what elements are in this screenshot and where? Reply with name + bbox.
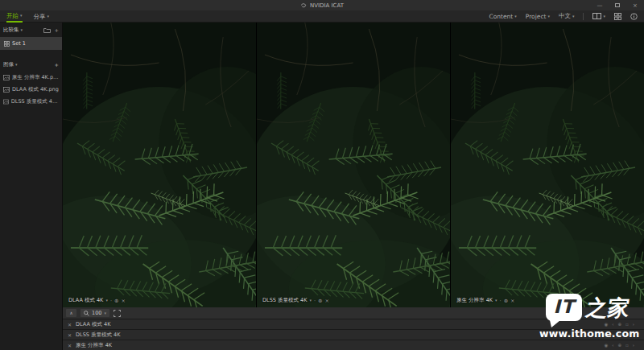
image-file-name: DLAA 模式 4K.png — [12, 86, 59, 93]
chevron-down-icon: ▾ — [20, 14, 23, 18]
image-list-item[interactable]: DLAA 模式 4K.png — [0, 84, 62, 96]
chevron-down-icon: ▾ — [47, 14, 50, 19]
set-grid-icon — [4, 41, 10, 47]
ithome-logo: IT — [546, 294, 582, 321]
pixel-zoom-icon[interactable]: ⊕ — [318, 298, 322, 304]
menu-bar: 开始 ▾ 分享 ▾ Content ▾ Project ▾ 中文 ▾ ▾ — [0, 10, 644, 23]
separator-dot: · — [500, 298, 502, 304]
viewport-3-label[interactable]: 原生 分辨率 4K ▾ · ⊕ × — [456, 297, 515, 304]
remove-image-icon[interactable]: ✕ — [68, 322, 72, 327]
separator-dot: · — [314, 298, 316, 304]
chevron-down-icon[interactable]: ▾ — [309, 299, 312, 303]
foliage-image — [63, 23, 256, 307]
image-icon — [3, 75, 10, 80]
ithome-url: www.ithome.com — [539, 327, 636, 340]
viewport-1[interactable]: DLAA 模式 4K ▾ · ⊕ × — [63, 23, 257, 307]
chevron-down-icon: ▾ — [603, 14, 605, 19]
image-row-label: 原生 分辨率 4K — [76, 342, 112, 349]
zoom-control[interactable]: 100 ▾ — [80, 309, 109, 317]
content-menu[interactable]: Content ▾ — [489, 13, 516, 20]
window-controls: — × — [591, 0, 644, 10]
close-icon[interactable]: × — [510, 298, 514, 304]
chevron-down-icon: ▾ — [572, 14, 575, 19]
separator-dot: · — [110, 298, 112, 304]
app-title: NVIDIA ICAT — [310, 2, 344, 9]
image-icon — [3, 99, 9, 105]
ithome-logo-cjk: 之家 — [584, 297, 631, 319]
chevron-left-icon[interactable]: ‹ — [612, 343, 613, 348]
chevron-down-icon[interactable]: ▾ — [495, 299, 497, 303]
folder-icon[interactable] — [43, 27, 51, 33]
close-icon[interactable]: × — [121, 298, 125, 304]
chevron-down-icon: ▾ — [514, 14, 517, 19]
image-row-label: DLSS 质量模式 4K — [76, 331, 120, 339]
align-icon[interactable]: ⊕ — [617, 343, 621, 348]
maximize-icon — [615, 3, 620, 7]
chevron-down-icon[interactable]: ▾ — [105, 299, 108, 303]
remove-image-icon[interactable]: ✕ — [68, 332, 72, 338]
viewport-2-label[interactable]: DLSS 质量模式 4K ▾ · ⊕ × — [262, 297, 329, 304]
ithome-watermark: IT 之家 www.ithome.com — [539, 294, 636, 340]
eye-icon[interactable]: ◉ — [604, 343, 608, 348]
tab-share[interactable]: 分享 ▾ — [34, 11, 50, 22]
chevron-right-icon[interactable]: › — [633, 343, 634, 348]
image-row-label: DLAA 模式 4K — [76, 321, 110, 328]
image-icon — [3, 87, 10, 93]
collapse-panel-button[interactable]: ∧ — [66, 309, 76, 317]
pixel-zoom-icon[interactable]: ⊕ — [114, 298, 118, 304]
close-icon[interactable]: × — [324, 298, 328, 304]
chevron-down-icon: ▾ — [21, 28, 23, 32]
images-header[interactable]: 图像 ▾ + — [0, 58, 62, 72]
sidebar: 比较集 ▾ + Set 1 图像 ▾ + — [0, 23, 63, 350]
grid-view-icon[interactable] — [614, 13, 621, 20]
comparison-sets-header[interactable]: 比较集 ▾ + — [0, 23, 62, 37]
menu-right-group: Content ▾ Project ▾ 中文 ▾ ▾ — [489, 12, 638, 20]
tab-start[interactable]: 开始 ▾ — [6, 10, 23, 23]
box-icon[interactable]: ▫ — [625, 343, 629, 348]
image-list-item[interactable]: DLSS 质量模式 4K.png — [0, 96, 62, 108]
add-set-button[interactable]: + — [55, 27, 59, 34]
remove-image-icon[interactable]: ✕ — [68, 343, 72, 348]
layout-menu[interactable]: ▾ — [592, 13, 605, 19]
language-menu[interactable]: 中文 ▾ — [559, 12, 575, 20]
set-item-label: Set 1 — [12, 40, 26, 47]
image-row[interactable]: ✕ 原生 分辨率 4K ◉ ‹ ⊕ ▫ › — [63, 340, 644, 350]
app-brand: NVIDIA ICAT — [300, 2, 344, 9]
chevron-down-icon: ▾ — [104, 311, 106, 315]
zoom-value: 100 — [92, 310, 101, 316]
viewport-2[interactable]: DLSS 质量模式 4K ▾ · ⊕ × — [257, 23, 451, 307]
separator — [583, 13, 584, 20]
project-menu[interactable]: Project ▾ — [526, 13, 550, 20]
close-button[interactable]: × — [626, 0, 644, 10]
comparison-viewports: DLAA 模式 4K ▾ · ⊕ × DLSS 质量模式 4K ▾ · ⊕ × — [63, 23, 644, 307]
viewport-3[interactable]: 原生 分辨率 4K ▾ · ⊕ × — [451, 23, 644, 307]
split-layout-icon — [592, 13, 601, 19]
foliage-image — [257, 23, 450, 307]
viewport-1-label[interactable]: DLAA 模式 4K ▾ · ⊕ × — [68, 297, 126, 304]
title-bar: NVIDIA ICAT — × — [0, 0, 644, 10]
maximize-button[interactable] — [609, 0, 626, 10]
foliage-image — [451, 23, 644, 307]
row-controls: ◉ ‹ ⊕ ▫ › — [604, 343, 634, 348]
info-icon[interactable] — [630, 13, 638, 20]
image-file-name: DLSS 质量模式 4K.png — [11, 98, 59, 105]
fit-to-screen-icon[interactable] — [114, 310, 121, 317]
nvidia-logo-icon — [300, 2, 308, 8]
add-image-button[interactable]: + — [55, 62, 59, 68]
chevron-down-icon: ▾ — [15, 63, 18, 67]
pixel-zoom-icon[interactable]: ⊕ — [504, 298, 508, 304]
image-file-name: 原生 分辨率 4K.png — [12, 74, 59, 81]
magnifier-icon — [84, 311, 89, 316]
chevron-down-icon: ▾ — [547, 14, 550, 19]
set-item-selected[interactable]: Set 1 — [0, 37, 62, 50]
image-list-item[interactable]: 原生 分辨率 4K.png — [0, 72, 62, 84]
minimize-button[interactable]: — — [591, 0, 609, 10]
